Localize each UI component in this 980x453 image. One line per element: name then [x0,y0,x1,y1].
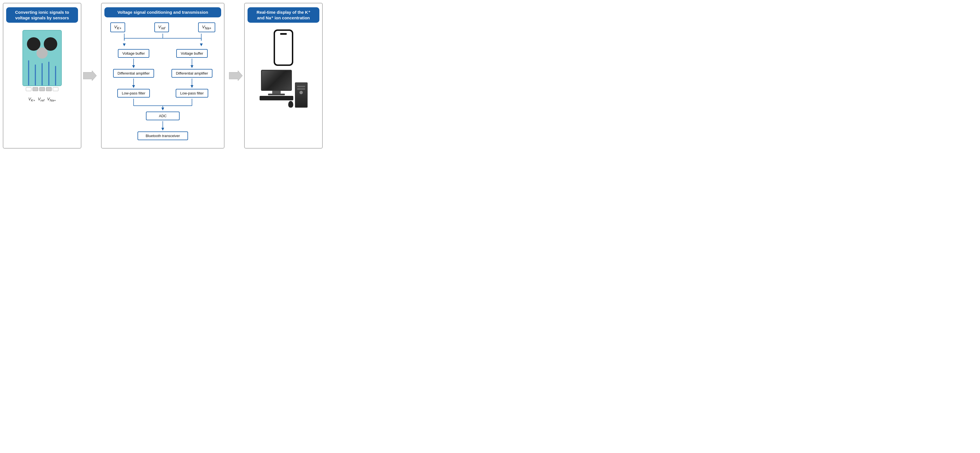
vline-2 [35,65,36,86]
left-panel-header: Converting ionic signals to voltage sign… [6,7,78,23]
vk-label: VK+ [29,97,35,102]
pad-3 [39,87,45,91]
pad-5 [53,87,58,91]
connector-svg-3 [104,78,221,89]
monitor-base [268,93,285,95]
connector-svg-4 [104,98,221,112]
diff-amp-right: Differential amplifier [172,69,213,78]
lpf-right: Low-pass filter [176,89,208,98]
vertical-lines [23,60,61,86]
pad-2 [33,87,38,91]
vline-3 [41,63,43,86]
adc-box: ADC [146,112,180,120]
svg-marker-22 [161,108,164,110]
monitor [259,70,293,95]
pad-4 [46,87,52,91]
tower-button [299,91,303,94]
input-vna: VNa+ [198,22,215,32]
svg-marker-24 [161,128,164,130]
svg-marker-25 [229,71,242,81]
svg-marker-15 [132,85,135,88]
middle-panel: Voltage signal conditioning and transmis… [101,3,224,149]
svg-marker-7 [123,43,126,46]
right-panel: Real-time display of the K⁺ and Na⁺ ion … [244,3,323,149]
diff-amp-left: Differential amplifier [113,69,154,78]
devices-area [248,29,319,108]
middle-panel-header: Voltage signal conditioning and transmis… [104,7,221,17]
arrow-middle-to-right [228,71,244,81]
flow-diagram: VK+ Vref VNa+ [104,22,221,140]
sensor-body [22,30,62,86]
input-vref: Vref [154,22,169,32]
lpf-row: Low-pass filter Low-pass filter [104,89,221,98]
tower-disk-2 [297,88,305,90]
sensor-labels: VK+ Vref VNa+ [29,97,56,102]
computer-area [259,70,308,108]
monitor-stand [272,91,281,93]
electrode-gray [37,48,48,59]
arrow-left-to-middle [81,71,98,81]
svg-marker-12 [191,65,193,68]
pad-1 [26,87,32,91]
connector-svg-1 [104,32,221,49]
input-row: VK+ Vref VNa+ [110,22,215,32]
svg-marker-11 [132,65,135,68]
svg-marker-0 [83,71,97,81]
svg-marker-8 [200,43,203,46]
phone-device [274,29,293,66]
vref-label: Vref [38,97,45,102]
tower-disk-1 [297,86,305,87]
svg-marker-16 [191,85,193,88]
vna-label: VNa+ [47,97,56,102]
vline-1 [28,60,29,86]
voltage-buffer-right: Voltage buffer [176,49,208,58]
voltage-buffer-row: Voltage buffer Voltage buffer [104,49,221,58]
main-container: Converting ionic signals to voltage sign… [3,3,323,149]
contact-pads [22,87,62,91]
input-vk: VK+ [110,22,126,32]
diff-amp-row: Differential amplifier Differential ampl… [104,69,221,78]
vline-4 [48,62,49,86]
sensor-illustration [22,30,62,91]
connector-svg-2 [104,58,221,69]
monitor-keyboard-group [259,70,293,108]
phone-screen [275,35,292,62]
lpf-left: Low-pass filter [117,89,150,98]
left-panel: Converting ionic signals to voltage sign… [3,3,81,149]
connector-svg-5 [104,120,221,131]
right-panel-header: Real-time display of the K⁺ and Na⁺ ion … [248,7,319,23]
keyboard [259,96,293,100]
bluetooth-box: Bluetooth transceiver [137,131,188,140]
mouse [288,101,293,108]
monitor-screen [261,70,292,91]
voltage-buffer-left: Voltage buffer [118,49,149,58]
vline-5 [55,66,56,86]
computer-tower [295,82,308,108]
mouse-wrapper [259,101,293,108]
